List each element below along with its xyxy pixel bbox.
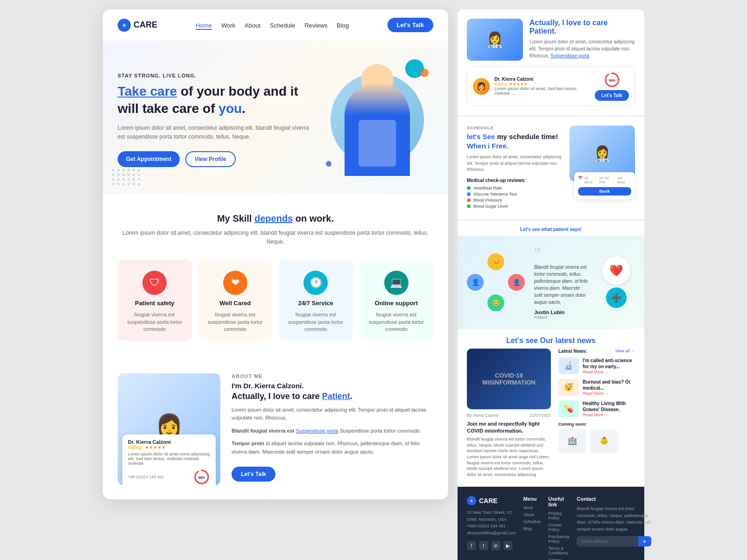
skill-desc-1: feugiat viverra est suspendisse porta to… [205, 311, 266, 333]
coming-soon-items: 🏥 👶 [558, 429, 635, 453]
about-intro: I'm Dr. Kierra Calzoni. [232, 382, 433, 390]
quote-role: Patient [534, 315, 588, 320]
social-icon-ig[interactable]: in [491, 541, 500, 550]
nav-about[interactable]: About [245, 22, 261, 29]
nav-links: Home Work About Schedule Reviews Blog [196, 21, 349, 29]
skills-title: My Skill depends on work. [118, 213, 433, 224]
footer-useful-item-2[interactable]: Purchasing Policy [548, 534, 569, 544]
nav-schedule[interactable]: Schedule [270, 22, 295, 29]
check-item-0: Heartbeat Rate [467, 186, 563, 190]
news-item-link-0[interactable]: Read More → [583, 370, 635, 374]
about-desc3: Tempor proin id aliquet lacinia vulputat… [232, 440, 433, 456]
news-item-img-0: 🔬 [558, 357, 579, 374]
rp-dr-card-right: 90% Let's Talk [595, 71, 629, 101]
rp-dr-info: Dr. Kierra Calzoni Rating: ★★★★★ Lorem i… [494, 77, 590, 96]
rp-about-suspendisse[interactable]: Suspendisse porta [550, 53, 589, 58]
testimonial-avatars: 😊 👤 👤 😊 [467, 253, 525, 311]
about-desc3-pre: Tempor proin [232, 441, 264, 446]
news-item-link-1[interactable]: Read More → [583, 391, 635, 396]
rp-sched-title-bold: my schedule time! [497, 133, 558, 140]
news-view-all[interactable]: View all → [615, 349, 635, 353]
news-item-link-2[interactable]: Read More → [583, 413, 635, 417]
nav-home[interactable]: Home [196, 22, 212, 30]
footer-email-input[interactable] [577, 536, 638, 546]
appt-dur-val: 1hr Rest [617, 176, 631, 184]
rp-rating-label: Rating: [494, 82, 508, 86]
news-item-img-2: 💊 [558, 400, 579, 417]
footer-menu-item-2[interactable]: Schedule [523, 519, 541, 524]
social-icon-tw[interactable]: t [479, 541, 488, 550]
footer-menu-item-1[interactable]: About [523, 512, 541, 517]
nav-blog[interactable]: Blog [337, 22, 349, 29]
logo[interactable]: + CARE [118, 19, 157, 32]
left-panel: + CARE Home Work About Schedule Reviews … [103, 9, 448, 499]
footer-subscribe-button[interactable]: ➤ [638, 536, 651, 546]
skill-desc-0: feugiat viverra est suspendisse porta to… [124, 311, 185, 333]
quote-author: Justin Lubin [534, 309, 588, 315]
footer-email: ahossaintiliha@gmail.com [467, 530, 516, 536]
hero-headline: Take care of your body and it will take … [118, 83, 312, 117]
logo-icon: + [118, 19, 131, 32]
skill-name-0: Patient safety [135, 300, 175, 307]
footer-useful-item-0[interactable]: Privacy Policy [548, 511, 569, 520]
hero-image [321, 59, 433, 181]
news-item-icon-1: 😴 [564, 383, 573, 392]
rp-dr-card: 👩 Dr. Kierra Calzoni Rating: ★★★★★ Lorem… [467, 66, 635, 106]
rp-news-body: COVID-19 MISINFORMATION By Maria Calzoni… [458, 349, 644, 487]
check-label-3: Blood Sugar Level [473, 204, 508, 209]
hero-text: STAY STRONG, LIVE LONG. Take care of you… [118, 73, 312, 167]
footer-menu-item-3[interactable]: Blog [523, 526, 541, 531]
check-label-2: Blood Pressure [473, 198, 502, 203]
testimonial-title-accent: patient [553, 227, 569, 232]
skill-card-3: 💻 Online support feugiat viverra est sus… [359, 259, 434, 340]
about-subtitle-accent: Patient [322, 392, 350, 401]
nav-reviews[interactable]: Reviews [304, 22, 327, 29]
news-item-title-1: Burnout and bias? Or medical... [583, 379, 635, 391]
rp-about: 👩‍⚕️ Actually, I love to care Patient. L… [458, 9, 644, 115]
rp-about-top: 👩‍⚕️ Actually, I love to care Patient. L… [467, 19, 635, 61]
nav-cta-button[interactable]: Let's Talk [388, 18, 433, 32]
social-icon-yt[interactable]: ▶ [503, 541, 513, 550]
nav-work[interactable]: Work [221, 22, 235, 29]
social-icon-fb[interactable]: f [467, 541, 476, 550]
skill-icon-glyph-0: 🛡 [149, 277, 160, 289]
footer-useful-item-4[interactable]: Career [548, 558, 569, 560]
footer-menu-item-0[interactable]: Work [523, 505, 541, 510]
book-appointment-button[interactable]: Book [578, 187, 631, 196]
about-desc1: Lorem ipsum dolor sit amet, consectetur … [232, 406, 433, 422]
check-item-3: Blood Sugar Level [467, 204, 563, 209]
appointment-button[interactable]: Get Appointment [118, 151, 180, 167]
news-item-text-1: Burnout and bias? Or medical... Read Mor… [583, 379, 635, 396]
footer-social: f t in ▶ [467, 541, 516, 550]
footer-logo-icon: + [467, 496, 476, 505]
skill-card-2: 🕐 24/7 Service feugiat viverra est suspe… [279, 259, 353, 340]
rating-stars: ★★★★★ [145, 445, 166, 450]
about-desc2-rest: Suspendisse porta tortor commodo. [340, 428, 421, 434]
rp-sched-title-mid: When i [467, 142, 492, 150]
skill-icon-2: 🕐 [303, 271, 328, 295]
footer-email-wrap: ➤ [577, 536, 651, 546]
check-dot-0 [467, 186, 471, 190]
footer-useful-item-1[interactable]: Cookie Policy [548, 523, 569, 532]
about-suspendisse-link[interactable]: Suspendisse porta [296, 428, 338, 434]
footer-useful-col: Useful link Privacy Policy Cookie Policy… [548, 496, 569, 560]
skill-desc-2: feugiat viverra est suspendisse porta to… [285, 311, 346, 333]
rp-about-image: 👩‍⚕️ [467, 19, 523, 61]
news-title-post: news [575, 336, 595, 344]
check-dot-1 [467, 192, 471, 196]
testimonial-avatar-2: 👤 [467, 274, 484, 291]
rp-sched-title-pre: let's See [467, 133, 497, 140]
skill-icon-glyph-1: ❤ [231, 277, 240, 289]
news-featured-image: COVID-19 MISINFORMATION [467, 349, 551, 409]
skill-name-2: 24/7 Service [298, 300, 333, 307]
rp-progress-circle: 90% [604, 71, 620, 88]
appt-date-label: 📅 [578, 176, 583, 184]
right-panel: 👩‍⚕️ Actually, I love to care Patient. L… [458, 9, 644, 560]
rp-lets-talk-button[interactable]: Let's Talk [595, 90, 629, 101]
footer-useful-item-3[interactable]: Terms & Conditions [548, 546, 569, 555]
about-cta-button[interactable]: Let's Talk [232, 467, 275, 482]
news-label: Latest News: [558, 349, 587, 354]
hero-tagline: STAY STRONG, LIVE LONG. [118, 73, 312, 78]
progress-svg: 90% [193, 469, 210, 485]
profile-button[interactable]: View Profile [185, 151, 236, 167]
